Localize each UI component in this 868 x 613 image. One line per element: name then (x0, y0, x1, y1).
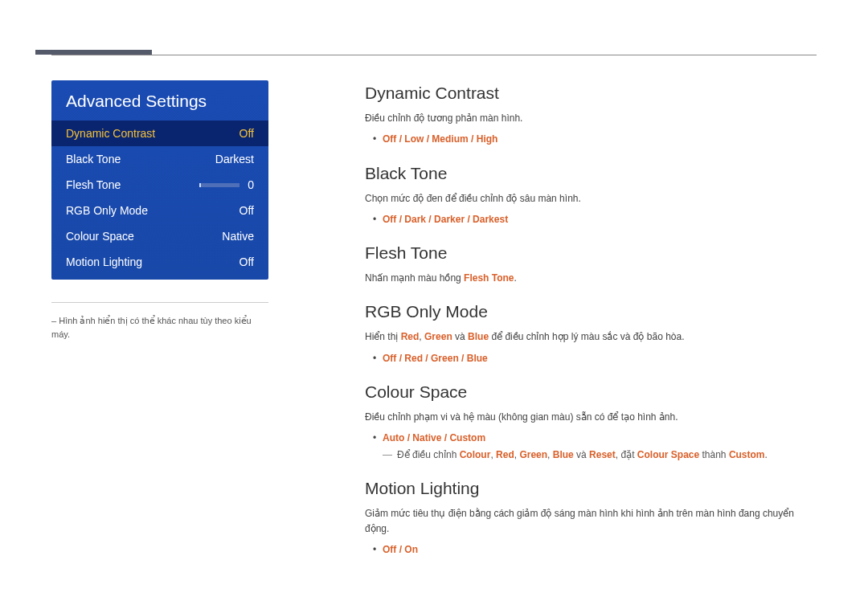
option: Native (412, 432, 441, 443)
section-flesh-tone: Flesh Tone Nhấn mạnh màu hồng Flesh Tone… (365, 243, 817, 286)
desc-text: và (452, 331, 468, 342)
menu-item-label: RGB Only Mode (66, 204, 148, 217)
option: Darkest (473, 214, 508, 225)
desc-accent: Blue (468, 331, 489, 342)
option: Custom (449, 432, 485, 443)
note-accent: Red (496, 449, 514, 460)
option-sep: / (396, 353, 404, 364)
section-options: Off / Low / Medium / High (365, 131, 817, 147)
option-sep: / (424, 133, 432, 145)
section-title: RGB Only Mode (365, 302, 817, 321)
option: On (404, 544, 418, 555)
option: Off (383, 133, 396, 145)
desc-text: Hiển thị (365, 331, 401, 342)
desc-text: . (514, 272, 517, 284)
note-text: . (765, 449, 768, 460)
section-subnote: Để điều chỉnh Colour, Red, Green, Blue v… (365, 447, 817, 463)
section-desc: Chọn mức độ đen để điều chỉnh độ sâu màn… (365, 191, 817, 206)
section-dynamic-contrast: Dynamic Contrast Điều chỉnh độ tương phả… (365, 84, 817, 148)
section-options: Off / On (365, 541, 817, 558)
menu-item-label: Dynamic Contrast (66, 127, 155, 140)
section-title: Dynamic Contrast (365, 84, 817, 103)
section-desc: Điều chỉnh độ tương phản màn hình. (365, 111, 817, 126)
section-desc: Nhấn mạnh màu hồng Flesh Tone. (365, 271, 817, 286)
note-accent: Custom (729, 449, 765, 460)
option-sep: / (465, 214, 473, 225)
option: Darker (434, 214, 465, 225)
section-title: Colour Space (365, 382, 817, 402)
option-sep: / (469, 133, 477, 145)
option: Off (383, 353, 396, 364)
section-title: Black Tone (365, 164, 817, 183)
section-desc: Hiển thị Red, Green và Blue để điều chỉn… (365, 329, 817, 345)
sidebar-footnote: Hình ảnh hiển thị có thể khác nhau tùy t… (51, 302, 268, 341)
note-accent: Blue (553, 449, 574, 460)
section-options: Auto / Native / Custom (365, 430, 817, 446)
menu-item-label: Black Tone (66, 153, 121, 166)
option: Off (383, 214, 396, 225)
option: Low (404, 133, 424, 145)
menu-item-value: Off (240, 127, 254, 140)
main-content: Dynamic Contrast Điều chỉnh độ tương phả… (268, 80, 817, 574)
section-title: Flesh Tone (365, 243, 817, 263)
menu-item-flesh-tone[interactable]: Flesh Tone 0 (51, 172, 268, 198)
option-sep: / (441, 432, 449, 443)
desc-accent: Flesh Tone (464, 272, 514, 284)
desc-text: Nhấn mạnh màu hồng (365, 272, 464, 284)
section-black-tone: Black Tone Chọn mức độ đen để điều chỉnh… (365, 164, 817, 228)
option-sep: / (426, 214, 434, 225)
menu-item-slider-cell: 0 (199, 178, 254, 191)
note-text: , đặt (616, 449, 637, 460)
menu-item-label: Colour Space (66, 230, 134, 243)
menu-item-black-tone[interactable]: Black Tone Darkest (51, 146, 268, 172)
menu-item-value: Native (222, 230, 254, 243)
section-options: Off / Red / Green / Blue (365, 350, 817, 366)
menu-item-label: Motion Lighting (66, 255, 142, 268)
menu-item-label: Flesh Tone (66, 178, 121, 191)
desc-accent: Green (424, 331, 452, 342)
page-content: Advanced Settings Dynamic Contrast Off B… (51, 80, 817, 574)
section-motion-lighting: Motion Lighting Giảm mức tiêu thụ điện b… (365, 479, 817, 558)
menu-item-value: Off (240, 255, 254, 268)
option: Dark (404, 214, 426, 225)
menu-item-motion-lighting[interactable]: Motion Lighting Off (51, 249, 268, 280)
menu-item-value: Off (240, 204, 254, 217)
section-rgb-only-mode: RGB Only Mode Hiển thị Red, Green và Blu… (365, 302, 817, 366)
desc-text: để điều chỉnh hợp lý màu sắc và độ bão h… (489, 331, 684, 342)
note-accent: Reset (589, 449, 616, 460)
option: High (477, 133, 498, 145)
menu-item-rgb-only-mode[interactable]: RGB Only Mode Off (51, 198, 268, 223)
option: Auto (383, 432, 404, 443)
menu-item-value: 0 (248, 178, 254, 191)
note-text: Để điều chỉnh (397, 449, 460, 460)
note-accent: Colour Space (637, 449, 699, 460)
header-rule (51, 55, 817, 55)
section-colour-space: Colour Space Điều chỉnh phạm vi và hệ mà… (365, 382, 817, 463)
section-options: Off / Dark / Darker / Darkest (365, 211, 817, 227)
note-text: và (574, 449, 589, 460)
section-desc: Điều chỉnh phạm vi và hệ màu (không gian… (365, 410, 817, 425)
option: Blue (467, 353, 488, 364)
option: Red (404, 353, 423, 364)
option-sep: / (396, 214, 404, 225)
menu-title: Advanced Settings (51, 80, 268, 121)
settings-menu-panel: Advanced Settings Dynamic Contrast Off B… (51, 80, 268, 280)
desc-accent: Red (401, 331, 420, 342)
section-title: Motion Lighting (365, 479, 817, 498)
option-sep: / (459, 353, 467, 364)
menu-item-dynamic-contrast[interactable]: Dynamic Contrast Off (51, 121, 268, 146)
option: Off (383, 544, 396, 555)
option-sep: / (423, 353, 431, 364)
option: Medium (432, 133, 468, 145)
sidebar: Advanced Settings Dynamic Contrast Off B… (51, 80, 268, 574)
note-text: , (547, 449, 553, 460)
slider-bar[interactable] (199, 183, 240, 187)
note-accent: Green (519, 449, 547, 460)
option-sep: / (396, 544, 404, 555)
menu-item-colour-space[interactable]: Colour Space Native (51, 223, 268, 249)
option-sep: / (396, 133, 404, 145)
option: Green (431, 353, 459, 364)
section-desc: Giảm mức tiêu thụ điện bằng cách giảm độ… (365, 506, 817, 537)
note-text: thành (699, 449, 729, 460)
menu-item-value: Darkest (215, 153, 254, 166)
